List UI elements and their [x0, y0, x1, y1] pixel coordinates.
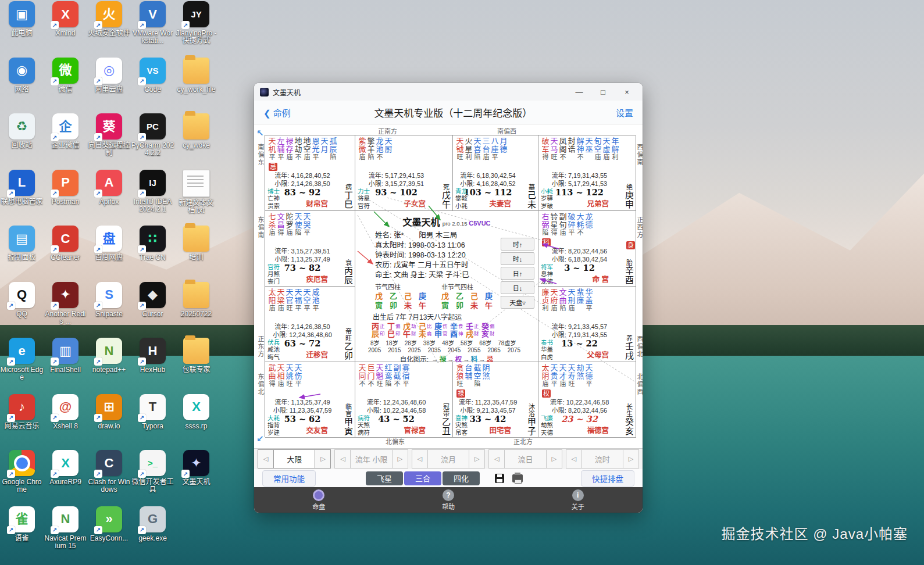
desktop-icon[interactable]: >_↗微信开发者工具 — [131, 450, 174, 506]
palace-命宫[interactable]: 右弼陷铃星得副旬庙破碎平大耗不龙德科身流年: 8,20,32,44,56小限: … — [538, 211, 636, 287]
desktop-icon[interactable]: 包联专家 — [174, 338, 218, 394]
desktop-icon[interactable]: IJ↗IntelliJ IDEA 2024.2.1 — [131, 170, 174, 226]
quick-chart-button[interactable]: 快捷排盘 — [581, 470, 634, 487]
desktop-icon[interactable]: A↗Apifox — [87, 170, 131, 226]
time-adjust-button[interactable]: 天盘▿ — [501, 296, 534, 309]
desktop-icon[interactable]: cy_work_file — [174, 58, 218, 114]
desktop-icon[interactable]: 盘↗百度网盘 — [87, 226, 131, 282]
desktop-icon[interactable]: P↗Postman — [44, 170, 87, 226]
desktop-icon[interactable]: 新建文本文档.txt — [174, 170, 218, 226]
desktop-icon[interactable]: ✦↗文墨天机 — [174, 450, 218, 506]
desktop-icon[interactable]: X↗Xmind — [44, 1, 87, 58]
desktop-icon[interactable]: PC↗PyCharm 2024.2.2 — [131, 113, 174, 170]
desktop-icon[interactable]: T↗Typora — [131, 394, 174, 450]
center-app-code: C5VUC — [469, 220, 490, 227]
palace-官禄宫[interactable]: 天同不巨门不天魁旺红鸾陷副截不寡宿平流年: 12,24,36,48,60小限: … — [355, 362, 453, 438]
palace-福德宫[interactable]: 太阴庙天贵平天才庙天寿旺劫煞天德平权流年: 10,22,34,46,58小限: … — [538, 362, 636, 438]
desktop-icon[interactable]: ♻回收站 — [0, 113, 44, 170]
prev-arrow-icon[interactable]: ◁ — [258, 449, 274, 469]
minimize-button[interactable]: — — [569, 85, 589, 99]
desktop-icon[interactable]: 微↗微信 — [44, 58, 87, 114]
desktop-icon[interactable]: ↗Google Chrome — [0, 450, 44, 506]
desktop-icon[interactable]: 企↗企业微信 — [44, 113, 87, 170]
desktop-icon[interactable]: cy_woke — [174, 113, 218, 170]
desktop-icon[interactable]: ▥↗FinalShell — [44, 338, 87, 394]
palace-田宅宫[interactable]: 贪狼旺台辅截空陷阴煞禄流年: 11,23,35,47,59小限: 9,21,33… — [453, 362, 538, 438]
desktop-icon[interactable]: 火↗火绒安全软件 — [87, 1, 131, 58]
segment-三合[interactable]: 三合 — [404, 471, 441, 485]
nav-label[interactable]: 流日 — [505, 449, 545, 469]
nav-label[interactable]: 流年 小限 — [351, 449, 391, 469]
prev-arrow-icon[interactable]: ◁ — [488, 449, 505, 469]
desktop-icon[interactable]: N↗Navicat Premium 15 — [44, 506, 87, 563]
desktop-icon[interactable]: VS↗Code — [131, 58, 174, 114]
print-icon[interactable] — [512, 474, 523, 482]
nav-label[interactable]: 流时 — [582, 449, 623, 469]
segment-飞星[interactable]: 飞星 — [366, 471, 403, 485]
palace-迁移宫[interactable]: 太阳庙天梁庙天官旺天福平天空平咸池平流年: 2,14,26,38,50小限: 1… — [265, 287, 355, 362]
desktop-icon[interactable]: ⊞↗draw.io — [87, 394, 131, 450]
star-char: 旬 — [594, 137, 601, 145]
time-adjust-button[interactable]: 日↑ — [501, 267, 534, 280]
close-button[interactable]: × — [617, 85, 637, 99]
desktop-icon[interactable]: Xssss.rp — [174, 394, 218, 450]
icon-glyph: P — [61, 176, 70, 189]
desktop-icon[interactable]: ✦↗Another Redis ... — [44, 282, 87, 338]
palace-父母宫[interactable]: 廉贞利天府庙文曲陷天刑庙蜚廉华盖平流年: 9,21,33,45,57小限: 7,… — [538, 287, 636, 362]
desktop-icon[interactable]: C↗CCleaner — [44, 226, 87, 282]
palace-夫妻宫[interactable]: 天钺旺火星利天喜陷三台庙八座平月德流年: 6,18,30,42,54小限: 4,… — [453, 135, 538, 211]
next-arrow-icon[interactable]: ▷ — [469, 449, 485, 469]
next-arrow-icon[interactable]: ▷ — [546, 449, 562, 469]
desktop-icon[interactable]: JY↗JianyingPro - 快捷方式 — [174, 1, 218, 58]
prev-arrow-icon[interactable]: ◁ — [566, 449, 582, 469]
shortcut-arrow-icon: ↗ — [138, 302, 146, 310]
desktop-icon[interactable]: X↗AxureRP9 — [44, 450, 87, 506]
desktop-icon[interactable]: L↗联想电脑管家 — [0, 170, 44, 226]
time-adjust-button[interactable]: 时↑ — [501, 238, 534, 251]
palace-交友宫[interactable]: 武曲得天相庙天姚旺天伤平流年: 1,13,25,37,49小限: 11,23,3… — [265, 362, 355, 438]
nav-label[interactable]: 大限 — [274, 449, 315, 469]
desktop-icon[interactable]: Q↗QQ — [0, 282, 44, 338]
palace-财帛宫[interactable]: 天机平左辅平禄存庙地劫不地空庙恩光平天月孤辰陷忌流年: 4,16,28,40,5… — [265, 135, 355, 211]
time-adjust-button[interactable]: 时↓ — [501, 252, 534, 265]
save-icon[interactable] — [495, 474, 504, 483]
desktop-icon[interactable]: 培训 — [174, 226, 218, 282]
desktop-icon[interactable]: N↗notepad++ — [87, 338, 131, 394]
desktop-icon[interactable]: V↗VMware Workstati... — [131, 1, 174, 58]
desktop-icon[interactable]: @↗Xshell 8 — [44, 394, 87, 450]
prev-arrow-icon[interactable]: ◁ — [334, 449, 351, 469]
desktop-icon[interactable]: H↗HexHub — [131, 338, 174, 394]
desktop-icon[interactable]: ◎↗阿里云盘 — [87, 58, 131, 114]
palace-兄弟宫[interactable]: 破军得天马旺凤阁不封诰解神不天巫旬空庙天虚庙年解利流年: 7,19,31,43,… — [538, 135, 636, 211]
desktop-icon[interactable]: ▣此电脑 — [0, 1, 44, 58]
back-button[interactable]: ❮ 命例 — [263, 106, 291, 119]
next-arrow-icon[interactable]: ▷ — [315, 449, 331, 469]
prev-arrow-icon[interactable]: ◁ — [412, 449, 428, 469]
segment-四化[interactable]: 四化 — [443, 471, 480, 485]
desktop-icon[interactable]: C↗Clash for Windows — [87, 450, 131, 506]
palace-疾厄宫[interactable]: 七杀庙文昌得陀罗庙天使陷天哭平流年: 3,15,27,39,51小限: 1,13… — [265, 211, 355, 287]
common-functions-button[interactable]: 常用功能 — [262, 470, 316, 487]
next-arrow-icon[interactable]: ▷ — [623, 449, 639, 469]
desktop-icon[interactable]: 雀↗语雀 — [0, 506, 44, 563]
desktop-icon[interactable]: ◆↗Cursor — [131, 282, 174, 338]
tab-关于[interactable]: i关于 — [513, 487, 643, 513]
desktop-icon[interactable]: ▤控制面板 — [0, 226, 44, 282]
settings-button[interactable]: 设置 — [616, 106, 633, 119]
tab-命盘[interactable]: 命盘 — [254, 487, 384, 513]
nav-label[interactable]: 流月 — [428, 449, 469, 469]
maximize-button[interactable]: □ — [593, 85, 613, 99]
desktop-icon[interactable]: ◉网络 — [0, 58, 44, 114]
tab-帮助[interactable]: ?帮助 — [384, 487, 513, 513]
time-adjust-button[interactable]: 日↓ — [501, 281, 534, 294]
desktop-icon[interactable]: ♪↗网易云音乐 — [0, 394, 44, 450]
desktop-icon[interactable]: e↗Microsoft Edge — [0, 338, 44, 394]
desktop-icon[interactable]: »↗EasyConn... — [87, 506, 131, 563]
desktop-icon[interactable]: S↗Snipaste — [87, 282, 131, 338]
desktop-icon[interactable]: 葵↗向日葵远程控制 — [87, 113, 131, 170]
desktop-icon[interactable]: 20250722 — [174, 282, 218, 338]
next-arrow-icon[interactable]: ▷ — [392, 449, 408, 469]
desktop-icon[interactable]: G↗geek.exe — [131, 506, 174, 563]
palace-子女宫[interactable]: 紫微庙擎羊陷龙池不天厨流年: 5,17,29,41,53小限: 3,15,27,… — [355, 135, 453, 211]
desktop-icon[interactable]: ∷↗Trae CN — [131, 226, 174, 282]
